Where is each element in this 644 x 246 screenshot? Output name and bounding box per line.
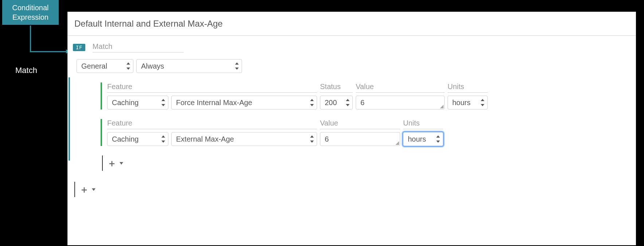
- if-badge: IF: [73, 44, 85, 51]
- col-feature-label: Feature: [107, 82, 317, 93]
- add-feature-button[interactable]: ＋: [102, 155, 627, 171]
- if-vertical-bar: [69, 77, 70, 161]
- feature-name-select[interactable]: Force Internal Max-Age: [171, 96, 317, 109]
- col-value-label: Value: [356, 82, 445, 93]
- plus-icon: ＋: [79, 185, 89, 194]
- rules-panel: Default Internal and External Max-Age IF…: [67, 12, 636, 245]
- col-units-label: Units: [403, 119, 443, 129]
- feature-units-select[interactable]: hours: [403, 132, 443, 146]
- match-section-label: Match: [93, 42, 184, 53]
- feature-units-select[interactable]: hours: [448, 96, 488, 109]
- annotation-conditional-expression: Conditional Expression: [2, 0, 59, 25]
- feature-category-select[interactable]: Caching: [107, 96, 168, 109]
- col-value-label: Value: [320, 119, 400, 129]
- match-category-select[interactable]: General: [77, 59, 133, 73]
- chevron-down-icon: [120, 162, 123, 165]
- connector-conditional-v: [30, 26, 31, 51]
- feature-name-select[interactable]: External Max-Age: [171, 132, 317, 146]
- col-feature-label: Feature: [107, 119, 317, 129]
- connector-conditional-h: [30, 51, 69, 52]
- plus-icon: ＋: [107, 158, 117, 168]
- feature-value-input[interactable]: 6: [356, 96, 445, 109]
- feature-row: Feature Status Value Units Caching Force…: [101, 82, 627, 109]
- feature-status-select[interactable]: 200: [320, 96, 353, 109]
- annotation-match: Match: [15, 66, 37, 75]
- annotation-line2: Expression: [8, 12, 53, 22]
- connector-match: [46, 70, 70, 71]
- feature-value-input[interactable]: 6: [320, 132, 400, 146]
- col-units-label: Units: [448, 82, 488, 93]
- match-condition-select[interactable]: Always: [136, 59, 242, 73]
- add-condition-button[interactable]: ＋: [74, 182, 627, 197]
- annotation-line1: Conditional: [8, 3, 53, 12]
- rule-title: Default Internal and External Max-Age: [68, 12, 636, 36]
- chevron-down-icon: [92, 188, 95, 191]
- feature-row: Feature Value Units Caching External Max…: [101, 119, 627, 146]
- feature-category-select[interactable]: Caching: [107, 132, 168, 146]
- col-status-label: Status: [320, 82, 353, 93]
